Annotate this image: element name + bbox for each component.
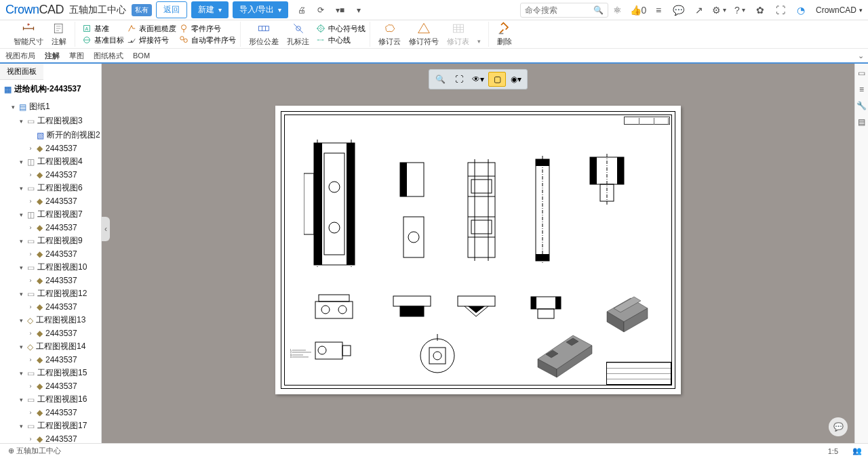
svg-rect-10: [499, 33, 504, 35]
fullscreen-icon[interactable]: ⛶: [775, 5, 786, 16]
flag-icon[interactable]: ▾■: [334, 5, 345, 16]
tree-view-10[interactable]: ▾▭工程图视图10: [0, 260, 101, 274]
datum-target-tool[interactable]: 基准目标: [82, 35, 124, 45]
svg-rect-13: [347, 143, 355, 265]
svg-rect-12: [314, 143, 322, 265]
settings2-icon[interactable]: ✿: [755, 5, 766, 16]
sidebar-collapse-handle[interactable]: ‹: [102, 217, 110, 241]
back-button[interactable]: 返回: [156, 1, 187, 18]
weld-symbol-tool[interactable]: 焊接符号: [127, 35, 176, 45]
tree-child[interactable]: ›◆2443537: [0, 142, 101, 154]
tree-view-7[interactable]: ▾◫工程图视图7: [0, 207, 101, 222]
delete-tool[interactable]: 删除: [493, 22, 516, 47]
hole-callout-tool[interactable]: 孔标注: [283, 22, 313, 47]
tree-view-14[interactable]: ▾◇工程图视图14: [0, 339, 101, 354]
app-logo[interactable]: CrownCAD: [5, 3, 64, 17]
sidebar-panel-tab[interactable]: 视图面板: [0, 64, 43, 80]
tree-view-3[interactable]: ▾▭工程图视图3: [0, 114, 101, 128]
svg-rect-20: [403, 217, 424, 257]
tree-child[interactable]: ›◆2443537: [0, 301, 101, 313]
account-menu[interactable]: CrownCAD▾: [816, 5, 863, 15]
svg-point-34: [321, 306, 330, 314]
tree-view-9[interactable]: ▾▭工程图视图9: [0, 234, 101, 248]
tree-view-6[interactable]: ▾▭工程图视图6: [0, 181, 101, 195]
drawing-sheet[interactable]: 1. ━━━━━━━━━━2. ━━━━━━━━━━━━━━3. ━━━━━━━…: [275, 106, 681, 394]
geometric-tolerance-tool[interactable]: 形位公差: [245, 22, 283, 47]
svg-point-46: [420, 339, 454, 373]
tree-view-15[interactable]: ▾▭工程图视图15: [0, 366, 101, 380]
tree-view-17[interactable]: ▾▭工程图视图17: [0, 419, 101, 433]
status-scale[interactable]: 1:5: [828, 447, 838, 455]
zoom-in-icon[interactable]: 🔍: [431, 72, 449, 87]
share-icon[interactable]: ↗: [694, 5, 705, 16]
center-symbol-tool[interactable]: 中心符号线: [316, 24, 366, 34]
collapse-ribbon-icon[interactable]: ⌄: [858, 51, 864, 60]
tree-child[interactable]: ›◆2443537: [0, 274, 101, 287]
chat-bubble-icon[interactable]: 💬: [829, 417, 848, 436]
svg-point-6: [184, 39, 187, 42]
panel-icon-2[interactable]: ≡: [856, 84, 867, 95]
refresh-icon[interactable]: ⟳: [315, 5, 326, 16]
tab-sheet-format[interactable]: 图纸格式: [94, 49, 123, 63]
tree-view-13[interactable]: ▾◇工程图视图13: [0, 313, 101, 327]
tree-child[interactable]: ›◆2443537: [0, 195, 101, 207]
panel-icon-4[interactable]: ▤: [856, 117, 867, 127]
tree-view-12[interactable]: ▾▭工程图视图12: [0, 287, 101, 301]
search-input[interactable]: [525, 5, 593, 15]
sheet-view-icon[interactable]: ▢: [488, 72, 506, 87]
tab-sketch[interactable]: 草图: [69, 49, 84, 63]
svg-rect-36: [393, 296, 431, 306]
tab-annotate[interactable]: 注解: [45, 49, 60, 63]
tab-bom[interactable]: BOM: [133, 49, 150, 62]
tab-layout[interactable]: 视图布局: [5, 49, 35, 63]
revision-symbol-tool[interactable]: 修订符号: [405, 22, 443, 47]
drawing-canvas[interactable]: 🔍 ⛶ 👁▾ ▢ ◉▾: [102, 64, 854, 443]
crown-icon[interactable]: ◔: [795, 5, 806, 16]
tree-child[interactable]: ›◆2443537: [0, 327, 101, 339]
display-style-icon[interactable]: ◉▾: [507, 72, 525, 87]
tree-child[interactable]: ›◆2443537: [0, 433, 101, 443]
tree-child[interactable]: ›◆2443537: [0, 169, 101, 181]
visibility-icon[interactable]: 👁▾: [469, 72, 487, 87]
tree-child[interactable]: ›◆2443537: [0, 380, 101, 392]
list-icon[interactable]: ≡: [653, 5, 664, 16]
chevron-down-icon[interactable]: ▾: [353, 5, 364, 16]
auto-part-number-tool[interactable]: 自动零件序号: [179, 35, 236, 45]
center-line-tool[interactable]: 中心线: [316, 35, 366, 45]
gear-icon[interactable]: ⚙: [714, 5, 725, 16]
surface-roughness-tool[interactable]: 表面粗糙度: [127, 24, 176, 34]
revision-table-tool[interactable]: 修订表: [443, 22, 473, 47]
tree-child[interactable]: ›◆2443537: [0, 222, 101, 234]
help-icon[interactable]: ?: [734, 5, 745, 16]
new-button[interactable]: 新建: [191, 1, 229, 18]
tree-view-4[interactable]: ▾◫工程图视图4: [0, 154, 101, 169]
smart-dimension-tool[interactable]: 智能尺寸: [9, 22, 47, 47]
svg-point-8: [318, 26, 324, 32]
tree-view-16[interactable]: ▾▭工程图视图16: [0, 392, 101, 407]
panel-icon-1[interactable]: ▭: [856, 68, 867, 79]
tree-sheet[interactable]: ▾▤图纸1: [0, 100, 101, 114]
tree-child[interactable]: ›◆2443537: [0, 354, 101, 366]
search-icon[interactable]: 🔍: [593, 5, 604, 16]
tree-child[interactable]: ›◆2443537: [0, 407, 101, 419]
network-icon[interactable]: ⚛: [612, 5, 623, 16]
command-search[interactable]: 🔍: [520, 3, 608, 18]
chat-icon[interactable]: 💬: [673, 5, 684, 16]
zoom-fit-icon[interactable]: ⛶: [450, 72, 468, 87]
svg-rect-30: [617, 157, 624, 184]
users-icon[interactable]: 👥: [852, 446, 863, 457]
import-export-button[interactable]: 导入/导出: [233, 1, 288, 18]
sidebar-doc-title[interactable]: ▦进给机构-2443537: [0, 80, 101, 98]
tree-broken-section[interactable]: ▧断开的剖视图2: [0, 128, 101, 142]
revision-dropdown[interactable]: ▾: [473, 36, 484, 47]
datum-tool[interactable]: A基准: [82, 24, 124, 34]
part-number-tool[interactable]: 零件序号: [179, 24, 236, 34]
svg-rect-9: [453, 24, 463, 33]
svg-rect-38: [458, 296, 495, 306]
tree-child[interactable]: ›◆2443537: [0, 248, 101, 260]
print-icon[interactable]: 🖨: [296, 5, 307, 16]
panel-icon-3[interactable]: 🔧: [856, 100, 867, 111]
revision-cloud-tool[interactable]: 修订云: [374, 22, 405, 47]
annotate-tool[interactable]: 注解: [47, 22, 71, 47]
like-icon[interactable]: 👍0: [633, 5, 644, 16]
